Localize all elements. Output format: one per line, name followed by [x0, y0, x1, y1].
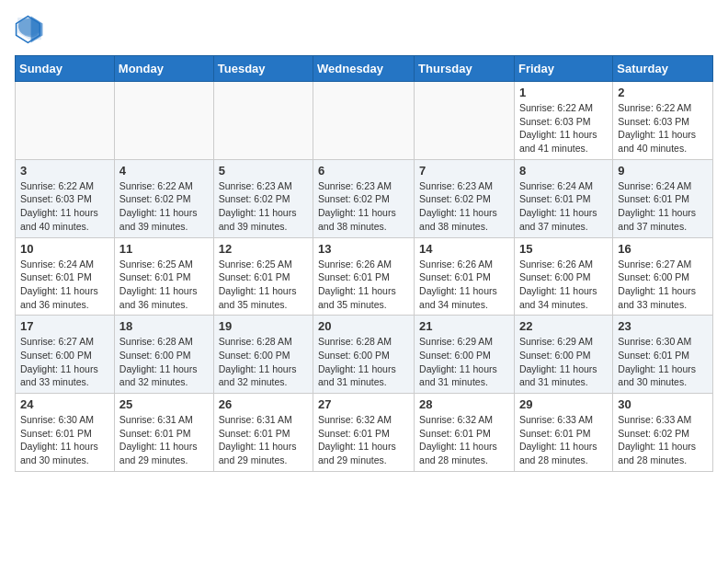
calendar-cell: 4Sunrise: 6:22 AM Sunset: 6:02 PM Daylig…	[114, 159, 213, 237]
day-info: Sunrise: 6:23 AM Sunset: 6:02 PM Dayligh…	[219, 179, 308, 234]
calendar-cell: 2Sunrise: 6:22 AM Sunset: 6:03 PM Daylig…	[613, 82, 713, 160]
calendar-cell: 18Sunrise: 6:28 AM Sunset: 6:00 PM Dayli…	[114, 316, 213, 394]
calendar-cell: 5Sunrise: 6:23 AM Sunset: 6:02 PM Daylig…	[213, 159, 313, 237]
day-info: Sunrise: 6:25 AM Sunset: 6:01 PM Dayligh…	[119, 258, 209, 312]
calendar-cell: 27Sunrise: 6:32 AM Sunset: 6:01 PM Dayli…	[313, 394, 415, 472]
day-number: 30	[618, 397, 708, 411]
day-number: 19	[219, 319, 308, 333]
day-number: 15	[519, 242, 608, 256]
calendar-cell: 14Sunrise: 6:26 AM Sunset: 6:01 PM Dayli…	[415, 237, 515, 316]
calendar-cell: 7Sunrise: 6:23 AM Sunset: 6:02 PM Daylig…	[415, 159, 515, 237]
calendar-cell: 12Sunrise: 6:25 AM Sunset: 6:01 PM Dayli…	[213, 237, 313, 316]
calendar-cell: 8Sunrise: 6:24 AM Sunset: 6:01 PM Daylig…	[514, 159, 612, 237]
week-row-4: 17Sunrise: 6:27 AM Sunset: 6:00 PM Dayli…	[16, 316, 713, 394]
day-number: 11	[119, 242, 209, 256]
calendar-cell: 1Sunrise: 6:22 AM Sunset: 6:03 PM Daylig…	[514, 82, 612, 160]
week-row-5: 24Sunrise: 6:30 AM Sunset: 6:01 PM Dayli…	[16, 394, 713, 472]
calendar-cell: 13Sunrise: 6:26 AM Sunset: 6:01 PM Dayli…	[313, 237, 415, 316]
calendar-cell: 30Sunrise: 6:33 AM Sunset: 6:02 PM Dayli…	[613, 394, 713, 472]
calendar-cell: 3Sunrise: 6:22 AM Sunset: 6:03 PM Daylig…	[16, 159, 115, 237]
page: SundayMondayTuesdayWednesdayThursdayFrid…	[0, 0, 728, 487]
day-info: Sunrise: 6:29 AM Sunset: 6:00 PM Dayligh…	[419, 335, 509, 389]
day-number: 8	[519, 164, 608, 178]
calendar-cell: 20Sunrise: 6:28 AM Sunset: 6:00 PM Dayli…	[313, 316, 415, 394]
day-info: Sunrise: 6:23 AM Sunset: 6:02 PM Dayligh…	[318, 179, 409, 234]
calendar-cell: 17Sunrise: 6:27 AM Sunset: 6:00 PM Dayli…	[16, 316, 115, 394]
calendar-cell: 24Sunrise: 6:30 AM Sunset: 6:01 PM Dayli…	[16, 394, 115, 472]
calendar-cell: 21Sunrise: 6:29 AM Sunset: 6:00 PM Dayli…	[415, 316, 515, 394]
day-number: 17	[20, 319, 109, 333]
day-info: Sunrise: 6:22 AM Sunset: 6:03 PM Dayligh…	[618, 101, 708, 155]
calendar-cell: 29Sunrise: 6:33 AM Sunset: 6:01 PM Dayli…	[514, 394, 612, 472]
day-header-thursday: Thursday	[415, 56, 515, 82]
day-info: Sunrise: 6:26 AM Sunset: 6:01 PM Dayligh…	[318, 258, 409, 312]
day-number: 4	[119, 164, 209, 178]
calendar-cell: 19Sunrise: 6:28 AM Sunset: 6:00 PM Dayli…	[213, 316, 313, 394]
day-number: 25	[119, 397, 209, 411]
day-number: 18	[119, 319, 209, 333]
day-info: Sunrise: 6:26 AM Sunset: 6:00 PM Dayligh…	[519, 258, 608, 312]
calendar-cell: 15Sunrise: 6:26 AM Sunset: 6:00 PM Dayli…	[514, 237, 612, 316]
calendar: SundayMondayTuesdayWednesdayThursdayFrid…	[15, 55, 713, 472]
day-header-saturday: Saturday	[613, 56, 713, 82]
day-number: 20	[318, 319, 409, 333]
day-number: 29	[519, 397, 608, 411]
day-number: 28	[419, 397, 509, 411]
day-info: Sunrise: 6:24 AM Sunset: 6:01 PM Dayligh…	[618, 179, 708, 234]
day-header-wednesday: Wednesday	[313, 56, 415, 82]
day-info: Sunrise: 6:27 AM Sunset: 6:00 PM Dayligh…	[20, 335, 109, 389]
day-number: 24	[20, 397, 109, 411]
day-info: Sunrise: 6:31 AM Sunset: 6:01 PM Dayligh…	[119, 413, 209, 467]
logo	[15, 15, 48, 44]
calendar-cell: 22Sunrise: 6:29 AM Sunset: 6:00 PM Dayli…	[514, 316, 612, 394]
day-header-monday: Monday	[114, 56, 213, 82]
day-number: 7	[419, 164, 509, 178]
day-number: 23	[618, 319, 708, 333]
day-number: 26	[219, 397, 308, 411]
day-number: 27	[318, 397, 409, 411]
day-number: 12	[219, 242, 308, 256]
day-info: Sunrise: 6:33 AM Sunset: 6:01 PM Dayligh…	[519, 413, 608, 467]
calendar-cell: 25Sunrise: 6:31 AM Sunset: 6:01 PM Dayli…	[114, 394, 213, 472]
header-row: SundayMondayTuesdayWednesdayThursdayFrid…	[16, 56, 713, 82]
day-info: Sunrise: 6:28 AM Sunset: 6:00 PM Dayligh…	[119, 335, 209, 389]
day-number: 16	[618, 242, 708, 256]
day-info: Sunrise: 6:31 AM Sunset: 6:01 PM Dayligh…	[219, 413, 308, 467]
day-number: 21	[419, 319, 509, 333]
day-number: 5	[219, 164, 308, 178]
day-info: Sunrise: 6:27 AM Sunset: 6:00 PM Dayligh…	[618, 258, 708, 312]
calendar-cell: 16Sunrise: 6:27 AM Sunset: 6:00 PM Dayli…	[613, 237, 713, 316]
day-info: Sunrise: 6:30 AM Sunset: 6:01 PM Dayligh…	[618, 335, 708, 389]
day-info: Sunrise: 6:24 AM Sunset: 6:01 PM Dayligh…	[20, 258, 109, 312]
calendar-cell: 9Sunrise: 6:24 AM Sunset: 6:01 PM Daylig…	[613, 159, 713, 237]
day-number: 14	[419, 242, 509, 256]
day-number: 2	[618, 86, 708, 99]
calendar-cell	[213, 82, 313, 160]
day-number: 9	[618, 164, 708, 178]
calendar-cell	[16, 82, 115, 160]
calendar-cell: 28Sunrise: 6:32 AM Sunset: 6:01 PM Dayli…	[415, 394, 515, 472]
day-header-friday: Friday	[514, 56, 612, 82]
day-info: Sunrise: 6:33 AM Sunset: 6:02 PM Dayligh…	[618, 413, 708, 467]
day-number: 10	[20, 242, 109, 256]
day-info: Sunrise: 6:29 AM Sunset: 6:00 PM Dayligh…	[519, 335, 608, 389]
week-row-1: 1Sunrise: 6:22 AM Sunset: 6:03 PM Daylig…	[16, 82, 713, 160]
day-info: Sunrise: 6:26 AM Sunset: 6:01 PM Dayligh…	[419, 258, 509, 312]
calendar-cell: 26Sunrise: 6:31 AM Sunset: 6:01 PM Dayli…	[213, 394, 313, 472]
calendar-cell	[313, 82, 415, 160]
day-info: Sunrise: 6:24 AM Sunset: 6:01 PM Dayligh…	[519, 179, 608, 234]
calendar-cell	[114, 82, 213, 160]
day-info: Sunrise: 6:22 AM Sunset: 6:03 PM Dayligh…	[519, 101, 608, 155]
calendar-cell: 11Sunrise: 6:25 AM Sunset: 6:01 PM Dayli…	[114, 237, 213, 316]
week-row-2: 3Sunrise: 6:22 AM Sunset: 6:03 PM Daylig…	[16, 159, 713, 237]
header	[15, 15, 713, 44]
day-info: Sunrise: 6:22 AM Sunset: 6:03 PM Dayligh…	[20, 179, 109, 234]
calendar-cell: 23Sunrise: 6:30 AM Sunset: 6:01 PM Dayli…	[613, 316, 713, 394]
day-number: 1	[519, 86, 608, 99]
day-info: Sunrise: 6:30 AM Sunset: 6:01 PM Dayligh…	[20, 413, 109, 467]
day-number: 22	[519, 319, 608, 333]
day-info: Sunrise: 6:22 AM Sunset: 6:02 PM Dayligh…	[119, 179, 209, 234]
day-number: 3	[20, 164, 109, 178]
day-info: Sunrise: 6:25 AM Sunset: 6:01 PM Dayligh…	[219, 258, 308, 312]
day-number: 6	[318, 164, 409, 178]
